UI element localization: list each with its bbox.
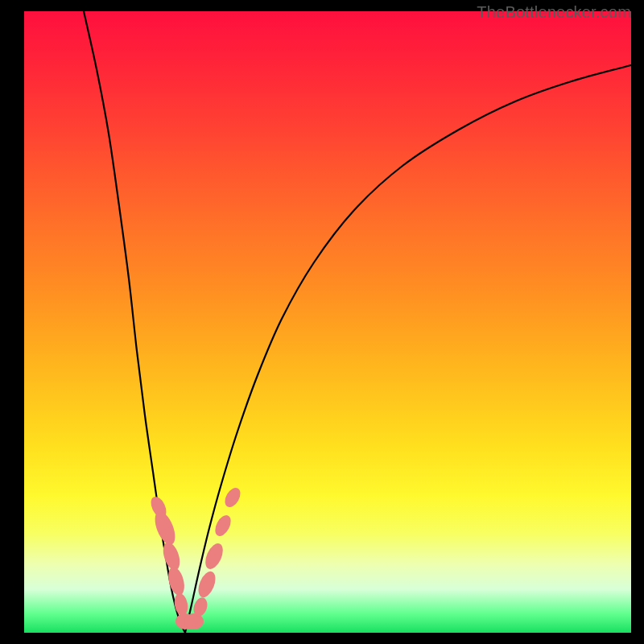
bead-marker: [222, 485, 244, 510]
bead-marker: [173, 592, 190, 617]
curve-right: [185, 65, 631, 633]
curves-layer: [0, 0, 644, 644]
bead-marker: [212, 513, 233, 539]
bead-marker: [151, 509, 179, 547]
chart-frame: TheBottlenecker.com: [0, 0, 644, 644]
